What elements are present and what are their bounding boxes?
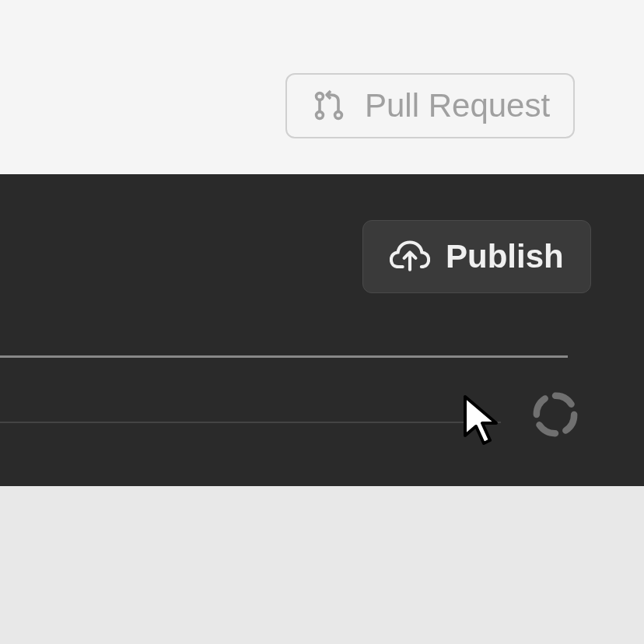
cloud-upload-icon: [390, 236, 430, 277]
publish-label: Publish: [446, 238, 564, 275]
divider-line: [0, 355, 568, 358]
divider-line: [0, 422, 501, 423]
pull-request-label: Pull Request: [365, 87, 550, 124]
svg-point-2: [335, 112, 342, 119]
publish-button[interactable]: Publish: [362, 220, 591, 293]
pull-request-button[interactable]: Pull Request: [285, 73, 575, 138]
svg-point-0: [317, 93, 324, 100]
panel-dark: Publish: [0, 174, 644, 486]
git-pull-request-icon: [310, 87, 348, 124]
cursor-icon: [462, 394, 502, 448]
bottom-area: [0, 486, 644, 644]
spinner-icon: [533, 392, 578, 437]
toolbar-light: Pull Request: [0, 0, 644, 174]
svg-point-1: [317, 112, 324, 119]
